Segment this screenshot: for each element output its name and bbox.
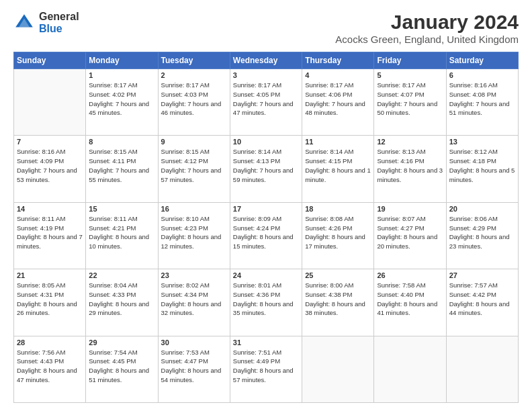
day-number: 3 (233, 71, 299, 79)
table-row: 11Sunrise: 8:14 AMSunset: 4:15 PMDayligh… (302, 136, 374, 202)
sunset-text: Sunset: 4:07 PM (377, 90, 443, 99)
sunrise-text: Sunrise: 8:16 AM (449, 81, 515, 90)
calendar-header-row: Sunday Monday Tuesday Wednesday Thursday… (14, 52, 519, 69)
daylight-text: Daylight: 8 hours and 35 minutes. (233, 300, 299, 318)
sunset-text: Sunset: 4:27 PM (377, 224, 443, 233)
daylight-text: Daylight: 8 hours and 20 minutes. (377, 232, 443, 251)
sunrise-text: Sunrise: 8:12 AM (449, 147, 515, 156)
sunset-text: Sunset: 4:26 PM (305, 224, 371, 233)
sunset-text: Sunset: 4:13 PM (233, 156, 299, 166)
day-info: Sunrise: 7:54 AMSunset: 4:45 PMDaylight:… (89, 348, 154, 385)
sunset-text: Sunset: 4:15 PM (305, 156, 371, 166)
daylight-text: Daylight: 8 hours and 5 minutes. (449, 166, 515, 185)
sunrise-text: Sunrise: 8:16 AM (17, 147, 83, 156)
sunset-text: Sunset: 4:45 PM (89, 357, 154, 366)
day-info: Sunrise: 7:57 AMSunset: 4:42 PMDaylight:… (449, 281, 515, 318)
table-row: 26Sunrise: 7:58 AMSunset: 4:40 PMDayligh… (374, 269, 446, 336)
table-row: 2Sunrise: 8:17 AMSunset: 4:03 PMDaylight… (158, 69, 230, 136)
daylight-text: Daylight: 8 hours and 1 minute. (305, 166, 371, 185)
table-row: 15Sunrise: 8:11 AMSunset: 4:21 PMDayligh… (86, 202, 158, 269)
day-info: Sunrise: 8:11 AMSunset: 4:19 PMDaylight:… (17, 214, 83, 251)
sunset-text: Sunset: 4:09 PM (17, 156, 83, 166)
sunset-text: Sunset: 4:16 PM (377, 156, 443, 166)
table-row: 8Sunrise: 8:15 AMSunset: 4:11 PMDaylight… (86, 136, 158, 202)
daylight-text: Daylight: 7 hours and 57 minutes. (161, 166, 227, 185)
day-number: 14 (17, 205, 83, 213)
day-info: Sunrise: 8:01 AMSunset: 4:36 PMDaylight:… (233, 281, 299, 318)
daylight-text: Daylight: 7 hours and 47 minutes. (233, 99, 299, 118)
daylight-text: Daylight: 8 hours and 23 minutes. (449, 232, 515, 251)
day-info: Sunrise: 8:17 AMSunset: 4:02 PMDaylight:… (89, 81, 154, 118)
sunrise-text: Sunrise: 8:05 AM (17, 281, 83, 290)
sunrise-text: Sunrise: 8:04 AM (89, 281, 154, 290)
daylight-text: Daylight: 8 hours and 15 minutes. (233, 232, 299, 251)
daylight-text: Daylight: 8 hours and 17 minutes. (305, 232, 371, 251)
day-info: Sunrise: 8:15 AMSunset: 4:12 PMDaylight:… (161, 147, 227, 184)
calendar-week-row: 28Sunrise: 7:56 AMSunset: 4:43 PMDayligh… (14, 336, 519, 402)
logo-blue-text: Blue (39, 23, 79, 35)
day-info: Sunrise: 8:15 AMSunset: 4:11 PMDaylight:… (89, 147, 154, 184)
sunset-text: Sunset: 4:38 PM (305, 290, 371, 300)
day-number: 4 (305, 71, 371, 79)
sunset-text: Sunset: 4:08 PM (449, 90, 515, 99)
day-info: Sunrise: 8:09 AMSunset: 4:24 PMDaylight:… (233, 214, 299, 251)
sunrise-text: Sunrise: 8:09 AM (233, 214, 299, 224)
table-row: 10Sunrise: 8:14 AMSunset: 4:13 PMDayligh… (230, 136, 302, 202)
day-info: Sunrise: 8:11 AMSunset: 4:21 PMDaylight:… (89, 214, 154, 251)
sunrise-text: Sunrise: 8:11 AM (89, 214, 154, 224)
day-info: Sunrise: 8:17 AMSunset: 4:05 PMDaylight:… (233, 81, 299, 118)
daylight-text: Daylight: 8 hours and 10 minutes. (89, 232, 154, 251)
day-info: Sunrise: 7:56 AMSunset: 4:43 PMDaylight:… (17, 348, 83, 385)
day-info: Sunrise: 8:00 AMSunset: 4:38 PMDaylight:… (305, 281, 371, 318)
table-row: 14Sunrise: 8:11 AMSunset: 4:19 PMDayligh… (14, 202, 86, 269)
sunset-text: Sunset: 4:23 PM (161, 224, 227, 233)
daylight-text: Daylight: 7 hours and 53 minutes. (17, 166, 83, 185)
sunrise-text: Sunrise: 8:11 AM (17, 214, 83, 224)
sunrise-text: Sunrise: 8:13 AM (377, 147, 443, 156)
daylight-text: Daylight: 8 hours and 29 minutes. (89, 300, 154, 318)
month-title: January 2024 (335, 11, 519, 34)
daylight-text: Daylight: 8 hours and 54 minutes. (161, 366, 227, 385)
day-number: 15 (89, 205, 154, 213)
table-row: 18Sunrise: 8:08 AMSunset: 4:26 PMDayligh… (302, 202, 374, 269)
title-block: January 2024 Acocks Green, England, Unit… (335, 11, 519, 45)
day-number: 29 (89, 338, 154, 347)
day-number: 11 (305, 138, 371, 146)
header-tuesday: Tuesday (158, 52, 230, 69)
day-number: 5 (377, 71, 443, 79)
day-info: Sunrise: 8:17 AMSunset: 4:03 PMDaylight:… (161, 81, 227, 118)
day-number: 27 (449, 271, 515, 279)
daylight-text: Daylight: 8 hours and 38 minutes. (305, 300, 371, 318)
table-row: 27Sunrise: 7:57 AMSunset: 4:42 PMDayligh… (446, 269, 518, 336)
calendar-week-row: 7Sunrise: 8:16 AMSunset: 4:09 PMDaylight… (14, 136, 519, 202)
daylight-text: Daylight: 8 hours and 26 minutes. (17, 300, 83, 318)
sunset-text: Sunset: 4:31 PM (17, 290, 83, 300)
day-info: Sunrise: 8:14 AMSunset: 4:15 PMDaylight:… (305, 147, 371, 184)
sunset-text: Sunset: 4:03 PM (161, 90, 227, 99)
location: Acocks Green, England, United Kingdom (335, 34, 519, 45)
table-row: 23Sunrise: 8:02 AMSunset: 4:34 PMDayligh… (158, 269, 230, 336)
table-row: 6Sunrise: 8:16 AMSunset: 4:08 PMDaylight… (446, 69, 518, 136)
sunrise-text: Sunrise: 8:15 AM (161, 147, 227, 156)
sunrise-text: Sunrise: 8:06 AM (449, 214, 515, 224)
sunrise-text: Sunrise: 8:17 AM (161, 81, 227, 90)
sunset-text: Sunset: 4:19 PM (17, 224, 83, 233)
day-number: 18 (305, 205, 371, 213)
daylight-text: Daylight: 8 hours and 3 minutes. (377, 166, 443, 185)
sunrise-text: Sunrise: 8:07 AM (377, 214, 443, 224)
sunrise-text: Sunrise: 7:56 AM (17, 348, 83, 357)
daylight-text: Daylight: 7 hours and 55 minutes. (89, 166, 154, 185)
sunrise-text: Sunrise: 8:08 AM (305, 214, 371, 224)
calendar-table: Sunday Monday Tuesday Wednesday Thursday… (13, 52, 519, 403)
day-number: 19 (377, 205, 443, 213)
table-row (302, 336, 374, 402)
daylight-text: Daylight: 7 hours and 46 minutes. (161, 99, 227, 118)
daylight-text: Daylight: 7 hours and 51 minutes. (449, 99, 515, 118)
sunset-text: Sunset: 4:42 PM (449, 290, 515, 300)
header: General Blue January 2024 Acocks Green, … (13, 11, 519, 45)
daylight-text: Daylight: 8 hours and 51 minutes. (89, 366, 154, 385)
daylight-text: Daylight: 7 hours and 48 minutes. (305, 99, 371, 118)
day-number: 24 (233, 271, 299, 279)
sunrise-text: Sunrise: 7:51 AM (233, 348, 299, 357)
day-number: 20 (449, 205, 515, 213)
